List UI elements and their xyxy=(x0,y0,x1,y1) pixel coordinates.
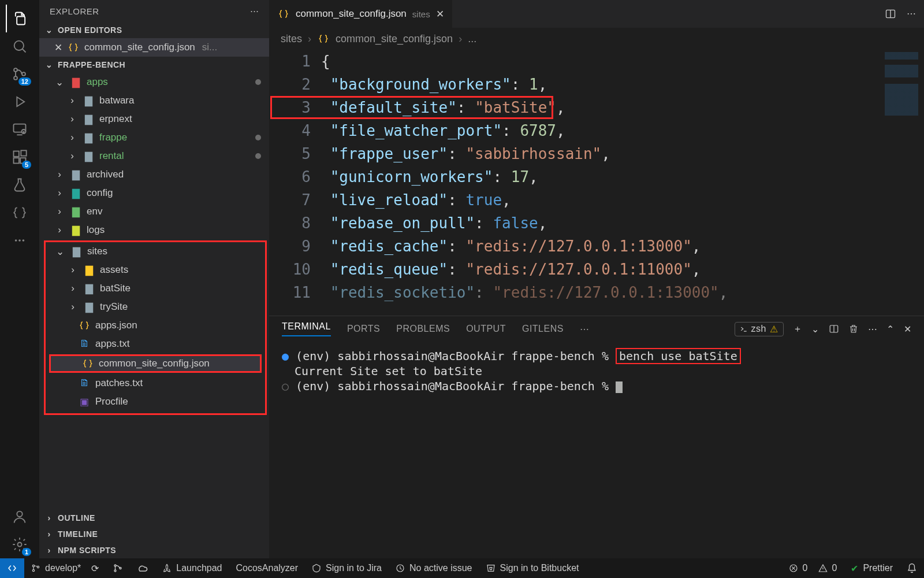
folder-sites[interactable]: ⌄▇sites xyxy=(46,242,265,261)
json-file-icon xyxy=(78,319,91,332)
file-patches-txt[interactable]: 🗎patches.txt xyxy=(46,374,265,392)
activity-bar: 12 5 1 xyxy=(0,0,39,558)
workspace-section[interactable]: ⌄ FRAPPE-BENCH xyxy=(39,57,269,73)
folder-logs-icon: ▇ xyxy=(69,224,82,236)
chevron-down-icon: ⌄ xyxy=(44,60,54,69)
heroku-file-icon: ▣ xyxy=(78,395,91,408)
folder-trysite[interactable]: ›▇trySite xyxy=(46,298,265,316)
folder-config-icon: ▇ xyxy=(69,187,82,199)
text-file-icon: 🗎 xyxy=(78,377,91,390)
highlight-sites-box: ⌄▇sites ›▇assets ›▇batSite ›▇trySite app… xyxy=(44,240,267,415)
folder-batwara[interactable]: ›▇batwara xyxy=(39,91,269,110)
close-panel-icon[interactable]: ✕ xyxy=(904,324,912,335)
remote-indicator[interactable] xyxy=(0,558,24,578)
svg-rect-7 xyxy=(14,151,19,157)
source-control-icon[interactable]: 12 xyxy=(6,60,33,88)
maximize-panel-icon[interactable]: ⌃ xyxy=(886,324,895,335)
tab-output[interactable]: OUTPUT xyxy=(466,324,506,334)
svg-rect-10 xyxy=(21,150,26,155)
close-icon[interactable]: ✕ xyxy=(54,42,62,54)
notifications-icon[interactable] xyxy=(900,563,924,573)
folder-icon: ▇ xyxy=(83,301,95,313)
file-apps-txt[interactable]: 🗎apps.txt xyxy=(46,335,265,353)
cocos-analyzer[interactable]: CocosAnalyzer xyxy=(229,558,305,578)
tab-bar: common_site_config.json sites ✕ ⋯ xyxy=(269,0,924,28)
split-editor-icon[interactable] xyxy=(885,8,896,20)
jira-signin[interactable]: Sign in to Jira xyxy=(305,558,389,578)
sidebar-title: EXPLORER xyxy=(50,6,99,16)
more-icon[interactable] xyxy=(6,227,33,254)
npm-scripts-section[interactable]: ›NPM SCRIPTS xyxy=(39,542,269,558)
launchpad[interactable]: Launchpad xyxy=(155,558,229,578)
search-icon[interactable] xyxy=(6,32,33,60)
folder-apps[interactable]: ⌄▇apps xyxy=(39,73,269,91)
tab-gitlens[interactable]: GITLENS xyxy=(522,324,564,334)
svg-point-15 xyxy=(18,543,22,547)
more-actions-icon[interactable]: ⋯ xyxy=(907,8,916,20)
graph-icon[interactable] xyxy=(106,558,130,578)
svg-rect-0 xyxy=(17,17,25,25)
outline-section[interactable]: ›OUTLINE xyxy=(39,510,269,526)
split-terminal-icon[interactable] xyxy=(829,324,839,334)
folder-icon: ▇ xyxy=(82,113,95,125)
problems-status[interactable]: 0 0 xyxy=(782,563,844,573)
settings-icon[interactable]: 1 xyxy=(6,531,33,558)
bitbucket-signin[interactable]: Sign in to Bitbucket xyxy=(479,558,586,578)
folder-batsite[interactable]: ›▇batSite xyxy=(46,279,265,298)
folder-rental[interactable]: ›▇rental xyxy=(39,147,269,165)
file-apps-json[interactable]: apps.json xyxy=(46,316,265,335)
tab-problems[interactable]: PROBLEMS xyxy=(396,324,450,334)
chevron-right-icon: › xyxy=(44,546,54,555)
tab-ports[interactable]: PORTS xyxy=(347,324,380,334)
json-icon[interactable] xyxy=(6,199,33,227)
scm-badge: 12 xyxy=(18,77,31,86)
file-tree: ⌄▇apps ›▇batwara ›▇erpnext ›▇frappe ›▇re… xyxy=(39,73,269,510)
minimap[interactable] xyxy=(885,52,918,116)
kill-terminal-icon[interactable] xyxy=(848,324,859,334)
sidebar-more-icon[interactable]: ⋯ xyxy=(250,6,259,16)
explorer-icon[interactable] xyxy=(6,5,33,32)
svg-point-11 xyxy=(15,239,17,242)
svg-point-4 xyxy=(22,72,25,76)
json-file-icon xyxy=(277,8,290,20)
panel-more-icon[interactable]: ⋯ xyxy=(580,324,590,335)
folder-frappe[interactable]: ›▇frappe xyxy=(39,128,269,147)
cloud-icon[interactable] xyxy=(130,558,155,578)
folder-erpnext[interactable]: ›▇erpnext xyxy=(39,110,269,128)
svg-point-18 xyxy=(32,565,34,566)
folder-env[interactable]: ›▇env xyxy=(39,202,269,221)
modified-dot-icon xyxy=(255,79,261,85)
tab-common-site-config[interactable]: common_site_config.json sites ✕ xyxy=(269,0,452,28)
run-debug-icon[interactable] xyxy=(6,88,33,116)
folder-assets[interactable]: ›▇assets xyxy=(46,261,265,279)
folder-icon: ▇ xyxy=(82,131,95,144)
new-terminal-icon[interactable]: ＋ xyxy=(793,323,803,335)
folder-config[interactable]: ›▇config xyxy=(39,184,269,202)
open-editor-item[interactable]: ✕ common_site_config.json si... xyxy=(39,38,269,57)
timeline-section[interactable]: ›TIMELINE xyxy=(39,526,269,542)
testing-icon[interactable] xyxy=(6,171,33,199)
file-common-site-config[interactable]: common_site_config.json xyxy=(49,354,262,373)
code-editor[interactable]: 1234567891011 { "background_workers": 1,… xyxy=(269,50,924,316)
active-issue[interactable]: No active issue xyxy=(389,558,479,578)
breadcrumb[interactable]: sites› common_site_config.json› ... xyxy=(269,28,924,50)
extensions-icon[interactable]: 5 xyxy=(6,143,33,171)
terminal-dropdown-icon[interactable]: ⌄ xyxy=(811,324,819,335)
account-icon[interactable] xyxy=(6,503,33,531)
open-editors-section[interactable]: ⌄ OPEN EDITORS xyxy=(39,22,269,38)
modified-dot-icon xyxy=(255,135,261,140)
file-procfile[interactable]: ▣Procfile xyxy=(46,392,265,411)
folder-logs[interactable]: ›▇logs xyxy=(39,221,269,239)
chevron-down-icon: ⌄ xyxy=(44,25,54,35)
prettier-status[interactable]: ✔Prettier xyxy=(844,563,900,574)
terminal-shell-selector[interactable]: zsh⚠ xyxy=(735,322,784,336)
git-branch[interactable]: develop*⟳ xyxy=(24,558,106,578)
sync-icon[interactable]: ⟳ xyxy=(91,563,99,574)
panel-actions-more-icon[interactable]: ⋯ xyxy=(868,324,878,335)
remote-explorer-icon[interactable] xyxy=(6,116,33,143)
close-tab-icon[interactable]: ✕ xyxy=(436,8,444,20)
tab-terminal[interactable]: TERMINAL xyxy=(282,321,331,336)
svg-point-14 xyxy=(17,512,22,517)
folder-archived[interactable]: ›▇archived xyxy=(39,165,269,184)
terminal-body[interactable]: ● (env) sabbirhossain@MacBookAir frappe-… xyxy=(269,342,924,558)
